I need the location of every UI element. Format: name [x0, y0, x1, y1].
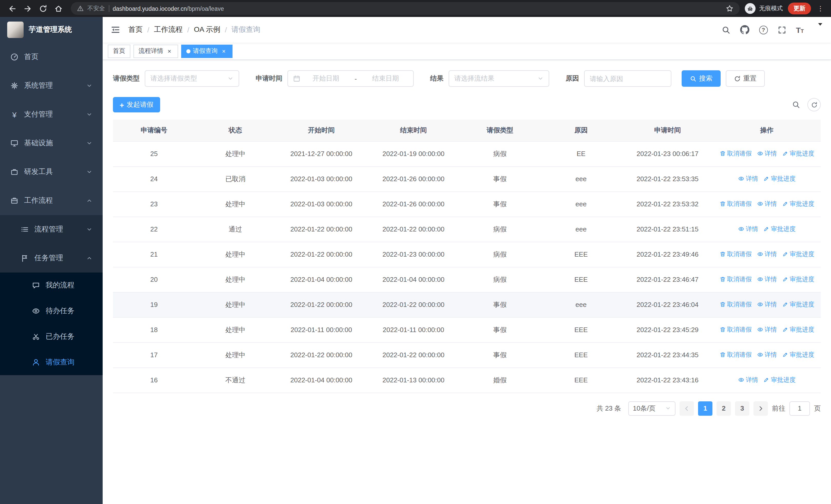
sidebar-item-label: 支付管理 [24, 110, 53, 119]
trash-icon [719, 151, 725, 157]
cell-start: 2022-01-11 00:00:00 [276, 317, 367, 342]
browser-forward-icon[interactable] [21, 2, 34, 16]
page-button-2[interactable]: 2 [717, 401, 731, 415]
toggle-search-icon[interactable] [792, 100, 800, 109]
next-page-button[interactable] [753, 401, 768, 415]
table-row: 17处理中2022-01-22 00:00:002022-01-22 00:00… [113, 342, 821, 367]
address-bar[interactable]: 不安全 dashboard.yudao.iocoder.cn/bpm/oa/le… [71, 2, 740, 15]
row-action-detail-link[interactable]: 详情 [757, 275, 777, 284]
date-range-picker[interactable]: 开始日期 - 结束日期 [287, 70, 414, 87]
row-action-detail-link[interactable]: 详情 [757, 300, 777, 309]
row-action-progress-link[interactable]: 审批进度 [782, 351, 814, 359]
chevron-up-icon [86, 255, 92, 261]
fullscreen-icon[interactable] [777, 25, 786, 34]
page-button-1[interactable]: 1 [698, 401, 712, 415]
close-icon[interactable]: × [220, 48, 227, 55]
help-icon[interactable]: ? [759, 25, 768, 34]
cell-reason: eee [540, 292, 622, 317]
row-action-detail-link[interactable]: 详情 [738, 225, 758, 234]
page-button-3[interactable]: 3 [735, 401, 749, 415]
prev-page-button[interactable] [680, 401, 694, 415]
search-icon[interactable] [721, 25, 730, 34]
row-action-detail-link[interactable]: 详情 [757, 250, 777, 259]
reset-button[interactable]: 重置 [726, 70, 765, 87]
browser-update-button[interactable]: 更新 [788, 3, 811, 14]
row-action-progress-link[interactable]: 审批进度 [763, 175, 796, 183]
cell-status: 处理中 [195, 317, 276, 342]
cell-type: 病假 [460, 216, 540, 242]
row-action-progress-link[interactable]: 审批进度 [782, 275, 814, 284]
tab-process-detail[interactable]: 流程详情 × [134, 45, 178, 58]
row-action-cancel-link[interactable]: 取消请假 [719, 300, 752, 309]
column-header: 原因 [540, 120, 622, 141]
row-action-detail-link[interactable]: 详情 [738, 175, 758, 183]
chevron-down-icon [86, 226, 92, 233]
toolbox-icon [10, 168, 19, 176]
sidebar-item-done-tasks[interactable]: 已办任务 [0, 324, 103, 350]
cell-id: 24 [113, 166, 195, 191]
refresh-table-icon[interactable] [807, 98, 821, 111]
row-action-progress-link[interactable]: 审批进度 [782, 250, 814, 259]
cell-actions: 取消请假详情审批进度 [713, 317, 821, 342]
goto-page-input[interactable] [790, 401, 810, 415]
row-action-detail-link[interactable]: 详情 [738, 376, 758, 384]
row-action-cancel-link[interactable]: 取消请假 [719, 275, 752, 284]
github-icon[interactable] [740, 25, 749, 34]
sidebar-item-infra[interactable]: 基础设施 [0, 129, 103, 157]
reason-input[interactable] [590, 75, 666, 82]
sidebar-item-workflow[interactable]: 工作流程 [0, 186, 103, 215]
browser-home-icon[interactable] [51, 2, 65, 16]
sidebar-item-tools[interactable]: 研发工具 [0, 157, 103, 186]
eye-icon [757, 301, 763, 308]
breadcrumb: 首页 / 工作流程 / OA 示例 / 请假查询 [128, 25, 260, 34]
column-header: 申请编号 [113, 120, 195, 141]
page-size-select[interactable]: 10条/页 [628, 401, 676, 415]
sidebar-item-system[interactable]: 系统管理 [0, 71, 103, 100]
table-toolbar: + 发起请假 [113, 97, 821, 112]
sidebar-toggle-icon[interactable] [111, 25, 120, 34]
breadcrumb-item[interactable]: OA 示例 [194, 25, 221, 34]
row-action-cancel-link[interactable]: 取消请假 [719, 149, 752, 158]
leave-type-select[interactable]: 请选择请假类型 [145, 70, 239, 87]
yen-icon: ¥ [10, 110, 19, 119]
sidebar-item-label: 流程管理 [34, 225, 63, 234]
sidebar-item-leave-query[interactable]: 请假查询 [0, 350, 103, 375]
bookmark-star-icon[interactable] [726, 5, 734, 12]
row-action-cancel-link[interactable]: 取消请假 [719, 250, 752, 259]
sidebar-item-my-process[interactable]: 我的流程 [0, 272, 103, 298]
sidebar-item-process-mgmt[interactable]: 流程管理 [0, 215, 103, 244]
row-action-cancel-link[interactable]: 取消请假 [719, 351, 752, 359]
row-action-progress-link[interactable]: 审批进度 [782, 325, 814, 334]
sidebar-item-todo-tasks[interactable]: 待办任务 [0, 298, 103, 324]
row-action-detail-link[interactable]: 详情 [757, 149, 777, 158]
browser-reload-icon[interactable] [36, 2, 50, 16]
breadcrumb-item[interactable]: 首页 [128, 25, 143, 34]
row-action-detail-link[interactable]: 详情 [757, 325, 777, 334]
row-action-progress-link[interactable]: 审批进度 [782, 200, 814, 208]
sidebar-logo[interactable]: 芋道管理系统 [0, 17, 103, 42]
cell-end: 2022-01-19 00:00:00 [367, 141, 460, 166]
breadcrumb-separator: / [188, 26, 190, 34]
row-action-detail-link[interactable]: 详情 [757, 351, 777, 359]
row-action-progress-link[interactable]: 审批进度 [763, 225, 796, 234]
close-icon[interactable]: × [166, 48, 173, 55]
create-leave-button[interactable]: + 发起请假 [113, 97, 160, 112]
tab-home[interactable]: 首页 [108, 45, 131, 58]
sidebar-item-home[interactable]: 首页 [0, 42, 103, 71]
row-action-progress-link[interactable]: 审批进度 [782, 149, 814, 158]
font-size-icon[interactable]: TT [796, 26, 804, 34]
result-select[interactable]: 请选择流结果 [449, 70, 549, 87]
row-action-detail-link[interactable]: 详情 [757, 200, 777, 208]
row-action-cancel-link[interactable]: 取消请假 [719, 325, 752, 334]
browser-menu-icon[interactable]: ⋮ [816, 5, 825, 12]
row-action-progress-link[interactable]: 审批进度 [763, 376, 796, 384]
tab-leave-query[interactable]: 请假查询 × [181, 45, 232, 58]
chevron-down-icon [86, 169, 92, 175]
search-button[interactable]: 搜索 [682, 70, 721, 87]
row-action-cancel-link[interactable]: 取消请假 [719, 200, 752, 208]
row-action-progress-link[interactable]: 审批进度 [782, 300, 814, 309]
sidebar-item-pay[interactable]: ¥ 支付管理 [0, 100, 103, 129]
browser-back-icon[interactable] [5, 2, 19, 16]
sidebar-item-task-mgmt[interactable]: 任务管理 [0, 244, 103, 272]
breadcrumb-item[interactable]: 工作流程 [154, 25, 183, 34]
